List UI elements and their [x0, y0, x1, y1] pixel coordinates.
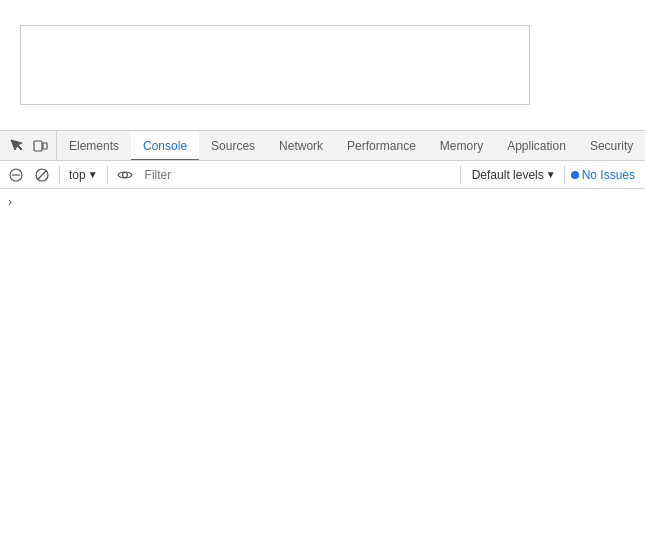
clear-console-button[interactable] — [4, 163, 28, 187]
context-selector[interactable]: top ▼ — [65, 166, 102, 184]
tab-icon-group — [0, 131, 57, 160]
tab-security[interactable]: Security — [578, 132, 645, 160]
content-box — [20, 25, 530, 105]
svg-rect-1 — [43, 143, 47, 149]
filter-input[interactable] — [139, 164, 455, 186]
dropdown-arrow-icon: ▼ — [88, 169, 98, 180]
filter-divider — [460, 166, 461, 184]
clear-icon — [8, 167, 24, 183]
block-icon — [34, 167, 50, 183]
cursor-icon — [8, 138, 24, 154]
stop-messages-button[interactable] — [30, 163, 54, 187]
console-content: › — [0, 189, 645, 543]
tab-elements[interactable]: Elements — [57, 132, 131, 160]
console-toolbar: top ▼ Default levels ▼ No Issues — [0, 161, 645, 189]
device-icon — [32, 138, 48, 154]
tab-console[interactable]: Console — [131, 132, 199, 160]
default-levels-button[interactable]: Default levels ▼ — [466, 166, 562, 184]
svg-line-5 — [38, 170, 47, 179]
tab-network[interactable]: Network — [267, 132, 335, 160]
tab-application[interactable]: Application — [495, 132, 578, 160]
console-prompt[interactable]: › — [0, 193, 645, 211]
levels-dropdown-arrow-icon: ▼ — [546, 169, 556, 180]
eye-button[interactable] — [113, 163, 137, 187]
inspect-element-icon[interactable] — [6, 136, 26, 156]
eye-icon — [117, 167, 133, 183]
svg-point-6 — [122, 172, 127, 177]
top-area — [0, 0, 645, 130]
devtools-panel: Elements Console Sources Network Perform… — [0, 130, 645, 543]
tab-memory[interactable]: Memory — [428, 132, 495, 160]
tab-performance[interactable]: Performance — [335, 132, 428, 160]
tab-bar: Elements Console Sources Network Perform… — [0, 131, 645, 161]
device-toolbar-icon[interactable] — [30, 136, 50, 156]
no-issues-badge[interactable]: No Issues — [564, 166, 641, 184]
no-issues-dot-icon — [571, 171, 579, 179]
devtools-tabs: Elements Console Sources Network Perform… — [57, 131, 645, 160]
tab-sources[interactable]: Sources — [199, 132, 267, 160]
toolbar-divider-1 — [59, 166, 60, 184]
toolbar-divider-2 — [107, 166, 108, 184]
svg-rect-0 — [34, 141, 42, 151]
